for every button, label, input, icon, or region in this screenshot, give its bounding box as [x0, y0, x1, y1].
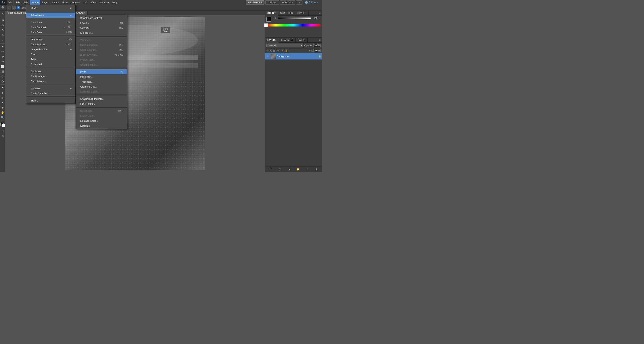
lock-position[interactable]: ✛ [281, 49, 284, 52]
background-swatch-panel[interactable] [264, 23, 268, 27]
tab-styles[interactable]: STYLES [295, 11, 308, 16]
quick-mask-mode[interactable]: ⬚ [0, 129, 5, 133]
tab-color[interactable]: COLOR [265, 11, 278, 16]
opacity-input[interactable] [314, 44, 321, 47]
menu-trim[interactable]: Trim... [26, 57, 75, 62]
gradient-tool[interactable]: ▦ [0, 69, 5, 74]
spectrum-bar[interactable] [266, 24, 321, 26]
menu-auto-contrast[interactable]: Auto Contrast ⌥⇧⌘L [26, 25, 75, 30]
menu-help[interactable]: Help [111, 0, 120, 5]
menu-reveal-all[interactable]: Reveal All [26, 62, 75, 67]
add-style-button[interactable]: fx [268, 167, 273, 171]
menu-file[interactable]: File [14, 0, 22, 5]
shape-tool[interactable]: ■ [0, 100, 5, 105]
new-layer-button[interactable]: + [305, 167, 310, 171]
clone-tool[interactable]: ⊕ [0, 54, 5, 59]
menu-3d[interactable]: 3D [82, 0, 89, 5]
lock-image[interactable]: ✏ [277, 49, 280, 52]
fill-input[interactable] [314, 49, 321, 52]
menu-image-size[interactable]: Image Size... ⌥⌘I [26, 37, 75, 42]
lock-transparency[interactable]: ▦ [273, 49, 276, 52]
cs-live-button[interactable]: CS Live » [303, 1, 320, 4]
blur-tool[interactable]: ◌ [0, 74, 5, 79]
menu-curves[interactable]: Curves... ⌘M [76, 25, 127, 30]
menu-auto-color[interactable]: Auto Color ⇧⌘B [26, 30, 75, 35]
menu-filter[interactable]: Filter [60, 0, 70, 5]
menu-threshold[interactable]: Threshold... [76, 79, 127, 84]
history-brush-tool[interactable]: ↩ [0, 59, 5, 64]
lock-all[interactable]: 🔒 [285, 49, 288, 52]
dodge-tool[interactable]: ◑ [0, 79, 5, 84]
menu-canvas-size[interactable]: Canvas Size... ⌥⌘C [26, 42, 75, 47]
workspace-more[interactable]: » [296, 0, 302, 4]
brush-tool[interactable]: ✏ [0, 49, 5, 54]
menu-analysis[interactable]: Analysis [70, 0, 82, 5]
color-panel-close[interactable]: × [318, 11, 322, 15]
lasso-tool[interactable]: ⚆ [0, 23, 5, 28]
blend-mode-select[interactable]: Normal [266, 43, 303, 47]
eyedropper-tool[interactable]: ✒ [0, 38, 5, 42]
path-selection-tool[interactable]: ▷ [0, 95, 5, 100]
menu-crop[interactable]: Crop [26, 52, 75, 57]
hand-tool[interactable]: ✋ [0, 110, 5, 115]
menu-mode[interactable]: Mode ▶ [26, 5, 75, 10]
3d-tool[interactable]: ◈ [0, 105, 5, 110]
print-size-button[interactable]: Print Size [160, 27, 170, 33]
foreground-background-colors[interactable] [0, 123, 5, 127]
menu-variables[interactable]: Variables ▶ [26, 86, 75, 91]
menu-equalize[interactable]: Equalize [76, 123, 127, 128]
eraser-tool[interactable]: ⬜ [0, 64, 5, 69]
quick-select-tool[interactable]: ✿ [0, 28, 5, 32]
menu-window[interactable]: Window [98, 0, 111, 5]
menu-levels[interactable]: Levels... ⌘L [76, 20, 127, 25]
pen-tool[interactable]: ✒ [0, 86, 5, 90]
menu-trap[interactable]: Trap... [26, 98, 75, 103]
tab-swatches[interactable]: SWATCHES [278, 11, 295, 16]
menu-apply-image[interactable]: Apply Image... [26, 74, 75, 79]
menu-exposure[interactable]: Exposure... [76, 30, 127, 35]
workspace-design[interactable]: DESIGN [265, 0, 279, 4]
healing-tool[interactable]: ✦ [0, 44, 5, 49]
screen-mode[interactable]: ⊞ [0, 134, 5, 138]
menu-layer[interactable]: Layer [40, 0, 50, 5]
menu-posterize[interactable]: Posterize... [76, 74, 127, 79]
menu-gradient-map[interactable]: Gradient Map... [76, 84, 127, 89]
layers-panel-close[interactable]: × [318, 38, 322, 42]
crop-tool[interactable]: ⊹ [0, 33, 5, 37]
menu-calculations[interactable]: Calculations... [26, 79, 75, 84]
new-adjustment-layer-button[interactable]: ◑ [287, 167, 291, 171]
zoom-out-button[interactable]: - [12, 6, 16, 9]
color-panel-options[interactable]: × [319, 17, 321, 20]
menu-replace-color[interactable]: Replace Color... [76, 118, 127, 123]
tab-paths[interactable]: PATHS [296, 38, 308, 43]
foreground-swatch[interactable] [266, 17, 271, 21]
zoom-in-button[interactable]: + [7, 6, 11, 9]
menu-apply-data-set[interactable]: Apply Data Set... [26, 91, 75, 96]
tab-layers[interactable]: LAYERS [265, 38, 279, 43]
menu-adjustments[interactable]: Adjustments ▶ [26, 13, 75, 18]
menu-invert[interactable]: Invert ⌘I [76, 69, 127, 74]
workspace-essentials[interactable]: ESSENTIALS [246, 0, 265, 4]
new-group-button[interactable]: 📁 [296, 167, 300, 171]
delete-layer-button[interactable]: 🗑 [314, 167, 319, 171]
menu-image-rotation[interactable]: Image Rotation ▶ [26, 47, 75, 52]
marquee-tool[interactable]: ⊡ [0, 18, 5, 23]
move-tool[interactable]: ↖ [0, 12, 5, 16]
menu-view[interactable]: View [89, 0, 98, 5]
menu-hdr-toning[interactable]: HDR Toning... [76, 101, 127, 106]
add-mask-button[interactable]: ⬚ [278, 167, 282, 171]
layer-item-background[interactable]: 👁 Background 🔒 [265, 53, 322, 60]
background-color[interactable] [2, 124, 5, 127]
k-slider[interactable] [278, 17, 311, 19]
menu-duplicate[interactable]: Duplicate... [26, 69, 75, 74]
menu-auto-tone[interactable]: Auto Tone ⇧⌘L [26, 20, 75, 25]
menu-brightness-contrast[interactable]: Brightness/Contrast... [76, 15, 127, 20]
layer-eye-icon[interactable]: 👁 [266, 55, 270, 58]
resize-checkbox-input[interactable] [17, 6, 20, 9]
menu-select[interactable]: Select [50, 0, 61, 5]
menu-edit[interactable]: Edit [22, 0, 30, 5]
type-tool[interactable]: T [0, 90, 5, 95]
tab-channels[interactable]: CHANNELS [279, 38, 296, 43]
workspace-painting[interactable]: PAINTING [280, 0, 295, 4]
zoom-tool[interactable]: 🔍 [0, 115, 5, 120]
